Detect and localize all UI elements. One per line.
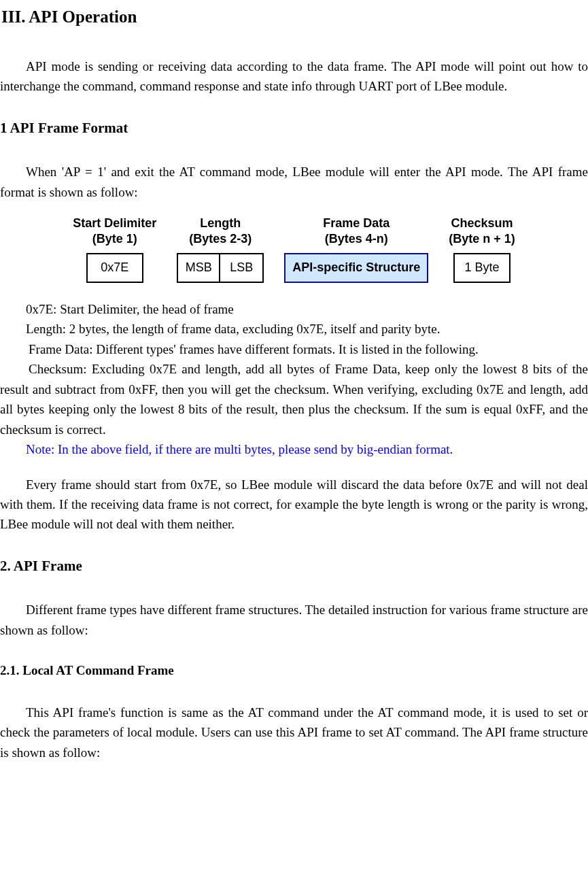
section-2-1-p1: This API frame's function is same as the… — [0, 703, 588, 762]
fig-box-start: 0x7E — [86, 253, 143, 283]
fig-title-frame-data: Frame Data (Bytes 4-n) — [284, 216, 428, 246]
section-1-p2: Every frame should start from 0x7E, so L… — [0, 475, 588, 535]
intro-paragraph: API mode is sending or receiving data ac… — [0, 56, 588, 97]
fig-col-start-delimiter: Start Delimiter (Byte 1) 0x7E — [73, 216, 156, 283]
bullet-frame-data: Frame Data: Different types' frames have… — [0, 339, 588, 359]
section-2-p1: Different frame types have different fra… — [0, 600, 588, 640]
fig-box-frame-data: API-specific Structure — [284, 253, 428, 283]
fig-col-frame-data: Frame Data (Bytes 4-n) API-specific Stru… — [284, 216, 428, 283]
fig-col-checksum: Checksum (Byte n + 1) 1 Byte — [449, 216, 515, 283]
section-2-1-heading: 2.1. Local AT Command Frame — [0, 660, 588, 680]
note-big-endian: Note: In the above field, if there are m… — [0, 439, 588, 459]
fig-box-lsb: LSB — [220, 253, 264, 283]
section-1-p1: When 'AP = 1' and exit the AT command mo… — [0, 162, 588, 202]
section-2-heading: 2. API Frame — [0, 555, 588, 577]
fig-title-start: Start Delimiter (Byte 1) — [73, 216, 156, 246]
fig-box-checksum: 1 Byte — [453, 253, 511, 283]
bullet-checksum: Checksum: Excluding 0x7E and length, add… — [0, 359, 588, 439]
bullet-length: Length: 2 bytes, the length of frame dat… — [26, 319, 588, 339]
fig-col-length: Length (Bytes 2-3) MSB LSB — [177, 216, 264, 283]
bullet-start-delimiter: 0x7E: Start Delimiter, the head of frame — [26, 299, 588, 319]
page-title: III. API Operation — [1, 4, 588, 31]
section-1-heading: 1 API Frame Format — [0, 117, 588, 139]
fig-title-checksum: Checksum (Byte n + 1) — [449, 216, 515, 246]
fig-box-length: MSB LSB — [177, 253, 264, 283]
api-frame-figure: Start Delimiter (Byte 1) 0x7E Length (By… — [0, 216, 588, 283]
fig-title-length: Length (Bytes 2-3) — [177, 216, 264, 246]
fig-box-msb: MSB — [177, 253, 220, 283]
